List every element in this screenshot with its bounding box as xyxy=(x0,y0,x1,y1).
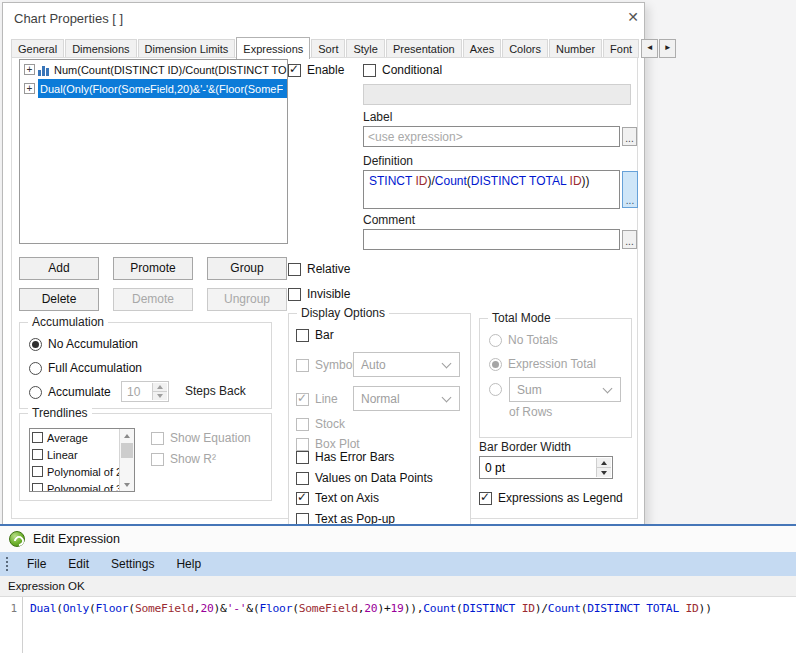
scroll-up-icon[interactable] xyxy=(120,429,134,442)
of-rows-label: of Rows xyxy=(509,405,552,419)
dialog-title: Chart Properties [ ] xyxy=(14,11,123,26)
expand-plus-icon[interactable]: + xyxy=(24,64,35,75)
conditional-checkbox[interactable]: Conditional xyxy=(363,63,442,77)
expression-list[interactable]: + Num(Count(DISTINCT ID)/Count(DISTINCT … xyxy=(19,59,288,244)
definition-browse-button[interactable]: ... xyxy=(622,171,638,208)
tab-axes[interactable]: Axes xyxy=(463,39,501,58)
line-style-dropdown[interactable]: Normal xyxy=(353,386,460,411)
bar-chart-icon xyxy=(38,63,50,76)
steps-back-spinner[interactable]: 10 xyxy=(121,381,169,402)
chevron-down-icon xyxy=(442,393,452,403)
ungroup-button[interactable]: Ungroup xyxy=(207,288,287,311)
box-plot-checkbox[interactable]: Box Plot xyxy=(296,437,360,451)
definition-input[interactable]: STINCT ID)/Count(DISTINCT TOTAL ID)) xyxy=(363,170,620,209)
expression-code-line[interactable]: Dual(Only(Floor(SomeField,20)&'-'&(Floor… xyxy=(30,602,712,615)
expand-plus-icon[interactable]: + xyxy=(24,83,35,94)
spinner-down-icon[interactable] xyxy=(153,391,167,400)
tab-colors[interactable]: Colors xyxy=(502,39,548,58)
trendlines-scrollbar[interactable] xyxy=(119,429,134,491)
label-field-label: Label xyxy=(363,110,392,124)
comment-browse-button[interactable]: ... xyxy=(622,230,637,249)
expression-editor[interactable]: 1 Dual(Only(Floor(SomeField,20)&'-'&(Flo… xyxy=(0,597,796,653)
tab-scroll-left-icon[interactable]: ◄ xyxy=(641,39,658,58)
chart-properties-dialog: Chart Properties [ ] ✕ General Dimension… xyxy=(2,2,645,526)
tab-font[interactable]: Font xyxy=(603,39,639,58)
close-icon[interactable]: ✕ xyxy=(623,9,643,25)
expression-total-radio[interactable]: Expression Total xyxy=(489,357,596,371)
tab-presentation[interactable]: Presentation xyxy=(386,39,462,58)
menu-help[interactable]: Help xyxy=(165,552,212,576)
enable-checkbox[interactable]: Enable xyxy=(288,63,344,77)
spinner-up-icon[interactable] xyxy=(597,458,611,467)
tab-style[interactable]: Style xyxy=(346,39,384,58)
chevron-down-icon xyxy=(603,384,613,394)
has-error-bars-checkbox[interactable]: Has Error Bars xyxy=(296,450,394,464)
menu-file[interactable]: File xyxy=(16,552,57,576)
no-accumulation-radio[interactable]: No Accumulation xyxy=(29,337,138,351)
bar-border-width-spinner[interactable]: 0 pt xyxy=(479,456,613,479)
tab-expressions[interactable]: Expressions xyxy=(236,37,310,59)
tab-sort[interactable]: Sort xyxy=(311,39,345,58)
definition-field-label: Definition xyxy=(363,154,413,168)
bar-checkbox[interactable]: Bar xyxy=(296,328,334,342)
expressions-as-legend-checkbox[interactable]: Expressions as Legend xyxy=(479,491,623,505)
expression-list-item-selected[interactable]: + Dual(Only(Floor(SomeField,20)&'-'&(Flo… xyxy=(20,79,287,98)
label-browse-button[interactable]: ... xyxy=(622,127,637,146)
comment-input[interactable] xyxy=(363,229,620,250)
steps-back-label: Steps Back xyxy=(185,384,246,398)
expression-list-item[interactable]: + Num(Count(DISTINCT ID)/Count(DISTINCT … xyxy=(20,60,287,79)
tab-dimensions[interactable]: Dimensions xyxy=(65,39,136,58)
symbol-style-dropdown[interactable]: Auto xyxy=(353,352,460,377)
values-on-data-points-checkbox[interactable]: Values on Data Points xyxy=(296,471,433,485)
symbol-checkbox[interactable]: Symbol xyxy=(296,358,355,372)
edit-expression-titlebar[interactable]: Edit Expression xyxy=(0,526,796,552)
menu-settings[interactable]: Settings xyxy=(100,552,165,576)
text-on-axis-checkbox[interactable]: Text on Axis xyxy=(296,491,379,505)
conditional-input xyxy=(363,84,631,105)
delete-button[interactable]: Delete xyxy=(19,288,99,311)
demote-button[interactable]: Demote xyxy=(113,288,193,311)
edit-expression-window: Edit Expression File Edit Settings Help … xyxy=(0,524,796,653)
expression-text: Dual(Only(Floor(SomeField,20)&'-'&(Floor… xyxy=(38,83,283,95)
tab-strip: General Dimensions Dimension Limits Expr… xyxy=(11,36,676,58)
label-placeholder: <use expression> xyxy=(368,130,463,144)
scrollbar-thumb[interactable] xyxy=(121,443,133,458)
spinner-down-icon[interactable] xyxy=(597,467,611,477)
add-button[interactable]: Add xyxy=(19,257,99,280)
invisible-checkbox[interactable]: Invisible xyxy=(288,287,350,301)
comment-field-label: Comment xyxy=(363,213,415,227)
accumulate-radio[interactable]: Accumulate xyxy=(29,385,111,399)
group-button[interactable]: Group xyxy=(207,257,287,280)
promote-button[interactable]: Promote xyxy=(113,257,193,280)
tab-scroll-right-icon[interactable]: ► xyxy=(659,39,676,58)
accumulation-group-title: Accumulation xyxy=(28,315,108,329)
tab-dimension-limits[interactable]: Dimension Limits xyxy=(138,39,236,58)
aggregate-dropdown[interactable]: Sum xyxy=(509,377,621,402)
show-equation-checkbox[interactable]: Show Equation xyxy=(151,431,251,445)
trendlines-group-title: Trendlines xyxy=(28,406,92,420)
scroll-down-icon[interactable] xyxy=(120,478,134,491)
line-number-gutter: 1 xyxy=(0,597,23,653)
display-options-group-title: Display Options xyxy=(297,306,389,320)
drag-handle-icon[interactable] xyxy=(6,557,8,571)
trendlines-listbox[interactable]: Average Linear Polynomial of 2nd d Polyn… xyxy=(29,428,135,492)
menu-edit[interactable]: Edit xyxy=(57,552,100,576)
edit-expression-title: Edit Expression xyxy=(33,532,120,546)
expression-text: Num(Count(DISTINCT ID)/Count(DISTINCT TO xyxy=(54,64,287,76)
line-checkbox[interactable]: Line xyxy=(296,392,338,406)
chevron-down-icon xyxy=(442,359,452,369)
line-number: 1 xyxy=(10,602,17,615)
relative-checkbox[interactable]: Relative xyxy=(288,262,350,276)
stock-checkbox[interactable]: Stock xyxy=(296,417,345,431)
expression-status-text: Expression OK xyxy=(8,580,85,592)
show-r2-checkbox[interactable]: Show R² xyxy=(151,452,216,466)
full-accumulation-radio[interactable]: Full Accumulation xyxy=(29,361,142,375)
sum-of-rows-radio[interactable] xyxy=(489,383,502,396)
bar-border-width-label: Bar Border Width xyxy=(479,440,571,454)
label-input[interactable]: <use expression> xyxy=(363,126,620,147)
tab-number[interactable]: Number xyxy=(549,39,602,58)
no-totals-radio[interactable]: No Totals xyxy=(489,333,558,347)
app-icon xyxy=(9,531,25,547)
tab-general[interactable]: General xyxy=(11,39,64,58)
spinner-up-icon[interactable] xyxy=(153,383,167,391)
